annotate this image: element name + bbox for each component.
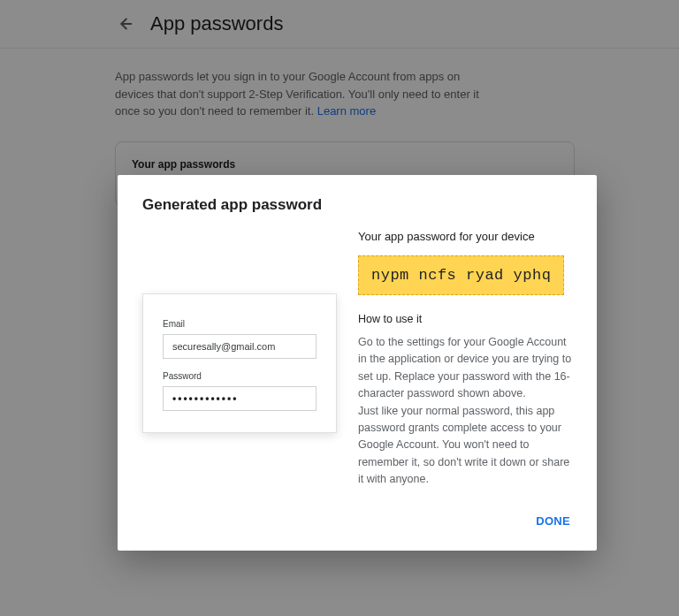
generated-password[interactable]: nypm ncfs ryad yphq <box>358 255 564 295</box>
generated-password-modal: Generated app password Email Password ••… <box>118 175 597 551</box>
instructions-line-1: Go to the settings for your Google Accou… <box>358 336 571 399</box>
email-label: Email <box>163 319 317 329</box>
device-subhead: Your app password for your device <box>358 230 577 243</box>
howto-heading: How to use it <box>358 313 577 325</box>
instructions-line-2: Just like your normal password, this app… <box>358 405 569 486</box>
done-button[interactable]: DONE <box>529 507 577 535</box>
sample-login-card: Email Password •••••••••••• <box>142 293 337 433</box>
modal-title: Generated app password <box>142 196 577 214</box>
instructions-text: Go to the settings for your Google Accou… <box>358 334 577 488</box>
password-field: •••••••••••• <box>163 386 317 411</box>
email-field <box>163 334 317 359</box>
password-label: Password <box>163 371 317 381</box>
